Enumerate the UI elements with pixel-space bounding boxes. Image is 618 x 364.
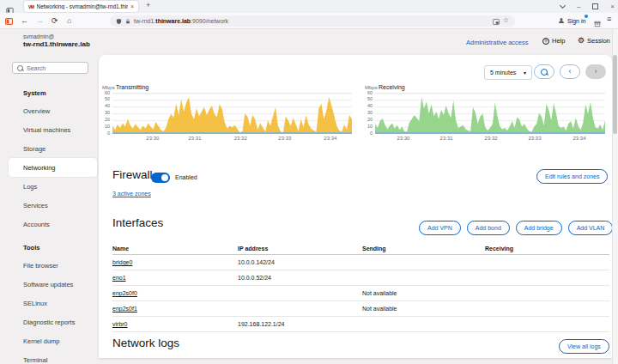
bookmark-star-icon[interactable]: ☆ <box>503 17 509 24</box>
graph-back-button[interactable]: ‹ <box>560 64 580 79</box>
y-tick-label: 20 <box>105 118 110 123</box>
sidebar-item-networking[interactable]: Networking <box>9 158 97 177</box>
ip-address: 10.0.0.52/24 <box>238 275 362 281</box>
sidebar-item-kernel-dump[interactable]: Kernel dump <box>0 331 99 350</box>
ip-address: 10.0.0.142/24 <box>238 259 362 265</box>
y-tick-label: 50 <box>105 97 110 102</box>
search-input[interactable]: Search <box>12 62 88 74</box>
window-maximize-button[interactable] <box>592 3 598 9</box>
y-tick-label: 10 <box>367 124 373 130</box>
firewall-heading: Firewall <box>112 168 153 181</box>
firewall-toggle[interactable] <box>151 173 170 183</box>
table-row: enp2s0f1Not available <box>112 301 609 317</box>
notification-dot <box>585 15 588 18</box>
y-tick-label: 40 <box>367 104 373 109</box>
window-close-button[interactable]: × <box>610 3 615 10</box>
sidebar-section-tools: Tools <box>0 239 99 256</box>
x-tick-label: 23:34 <box>324 136 336 141</box>
network-logs-heading: Network logs <box>112 337 179 349</box>
interface-link[interactable]: enp2s0f1 <box>112 306 238 312</box>
ip-address: 192.168.122.1/24 <box>238 321 362 327</box>
masthead-host: tw-rnd1.thinware.lab <box>23 40 90 48</box>
active-zones-link[interactable]: 3 active zones <box>112 191 151 197</box>
chart-plot <box>112 93 352 134</box>
x-tick-label: 23:33 <box>528 136 541 141</box>
tab-close-icon[interactable]: × <box>130 3 134 9</box>
firefox-view-icon[interactable] <box>5 17 13 28</box>
new-tab-button[interactable]: + <box>146 1 150 9</box>
window-controls: – × <box>560 0 615 13</box>
add-bridge-button[interactable]: Add bridge <box>516 221 562 235</box>
back-icon[interactable]: ← <box>21 15 28 27</box>
zoom-in-button[interactable] <box>534 64 554 79</box>
sidebar-section-system: System <box>0 84 99 101</box>
zoom-in-icon <box>541 69 548 76</box>
search-icon <box>17 65 23 71</box>
x-tick-label: 23:31 <box>440 136 453 141</box>
sending-value: Not available <box>362 306 485 312</box>
y-tick-label: 10 <box>105 124 110 130</box>
add-bond-button[interactable]: Add bond <box>467 221 510 235</box>
sidebar-item-storage[interactable]: Storage <box>0 139 99 158</box>
window-minimize-button[interactable]: – <box>577 3 580 10</box>
interface-link[interactable]: virbr0 <box>112 321 238 327</box>
sidebar-item-file-browser[interactable]: File browser <box>0 256 99 275</box>
table-row: bridge010.0.0.142/24 <box>112 255 609 270</box>
y-tick-label: 20 <box>367 118 373 123</box>
sign-in-button[interactable]: Sign in <box>554 15 589 27</box>
sidebar-item-selinux[interactable]: SELinux <box>0 294 99 312</box>
sidebar-item-services[interactable]: Services <box>0 196 99 215</box>
page-scrollbar-thumb[interactable] <box>613 55 617 134</box>
browser-tab-bar: VM Networking - svmadmin@tw-rnd1.thinwar… <box>0 0 618 13</box>
chart-title: Transmitting <box>116 84 148 90</box>
tracking-shield-icon[interactable] <box>116 13 122 28</box>
home-icon[interactable]: ⌂ <box>67 15 71 27</box>
help-button[interactable]: ? Help <box>542 37 565 45</box>
x-axis-labels: 23:3023:3123:3223:3323:34 <box>375 136 605 143</box>
chart-plot <box>375 93 605 134</box>
add-vlan-button[interactable]: Add VLAN <box>568 221 614 235</box>
add-vpn-button[interactable]: Add VPN <box>419 221 461 235</box>
sidebar-item-logs[interactable]: Logs <box>0 177 99 196</box>
interface-link[interactable]: bridge0 <box>112 259 238 265</box>
edit-rules-button[interactable]: Edit rules and zones <box>536 169 608 184</box>
x-axis-labels: 23:3023:3123:3223:3323:34 <box>112 136 352 143</box>
sign-in-label: Sign in <box>567 18 585 24</box>
graph-forward-button[interactable]: › <box>585 64 606 79</box>
sidebar-nav: SystemOverviewVirtual machinesStorageNet… <box>0 84 99 364</box>
sidebar-item-overview[interactable]: Overview <box>0 101 99 120</box>
interface-link[interactable]: eno1 <box>112 275 238 281</box>
x-tick-label: 23:32 <box>485 136 498 141</box>
sidebar-item-accounts[interactable]: Accounts <box>0 215 99 234</box>
sidebar-item-software-updates[interactable]: Software updates <box>0 275 99 294</box>
sidebar-item-diagnostic-reports[interactable]: Diagnostic reports <box>0 312 99 331</box>
y-tick-label: 0 <box>107 131 110 136</box>
browser-tab[interactable]: VM Networking - svmadmin@tw-rnd1.thinwar… <box>24 1 138 12</box>
interface-link[interactable]: enp2s0f0 <box>112 290 238 296</box>
masthead: svmadmin@ tw-rnd1.thinware.lab Administr… <box>0 29 618 55</box>
menu-icon[interactable]: ≡ <box>607 15 611 23</box>
interval-select[interactable]: 5 minutes ▾ <box>484 65 532 80</box>
screen: VM Networking - svmadmin@tw-rnd1.thinwar… <box>0 0 618 364</box>
session-button[interactable]: ⚙ Session <box>578 37 610 45</box>
interfaces-table: Name IP address Sending Receiving bridge… <box>112 243 609 332</box>
receiving-chart: Mbps Receiving 6050403020100 23:3023:312… <box>365 84 609 146</box>
sidebar-item-virtual-machines[interactable]: Virtual machines <box>0 120 99 139</box>
firewall-state: Enabled <box>175 174 197 180</box>
reload-icon[interactable]: ⟳ <box>52 15 58 27</box>
view-all-logs-button[interactable]: View all logs <box>559 339 609 354</box>
administrative-access-link[interactable]: Administrative access <box>466 39 529 46</box>
picture-in-picture-icon[interactable] <box>493 13 500 28</box>
tab-list-chevron-icon[interactable] <box>560 3 566 9</box>
y-tick-label: 60 <box>367 91 373 96</box>
masthead-user: svmadmin@ <box>23 33 54 39</box>
url-bar[interactable]: tw-rnd1.thinware.lab:9090/network ☆ <box>110 15 515 27</box>
table-row: enp2s0f0Not available <box>112 286 609 301</box>
sidebar-item-terminal[interactable]: Terminal <box>0 350 99 364</box>
y-tick-label: 30 <box>105 111 110 116</box>
lock-icon[interactable] <box>125 13 130 28</box>
x-tick-label: 23:30 <box>146 136 159 141</box>
forward-icon[interactable]: → <box>36 15 44 27</box>
help-icon: ? <box>542 38 549 45</box>
x-tick-label: 23:30 <box>397 136 409 141</box>
